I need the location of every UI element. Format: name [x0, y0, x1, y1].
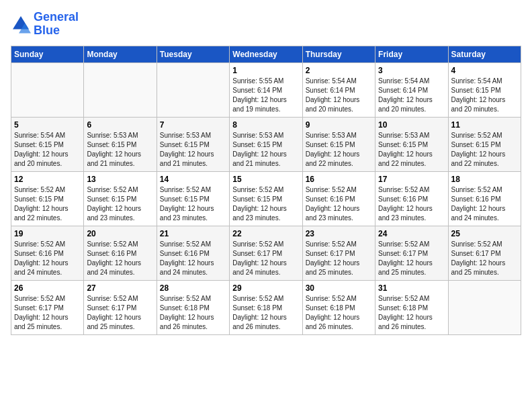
calendar-cell: 8Sunrise: 5:53 AM Sunset: 6:15 PM Daylig… [230, 117, 302, 171]
day-info: Sunrise: 5:52 AM Sunset: 6:18 PM Dayligh… [306, 294, 372, 332]
day-info: Sunrise: 5:52 AM Sunset: 6:17 PM Dayligh… [378, 240, 445, 277]
calendar-cell: 22Sunrise: 5:52 AM Sunset: 6:17 PM Dayli… [230, 226, 302, 280]
day-info: Sunrise: 5:52 AM Sunset: 6:17 PM Dayligh… [87, 294, 153, 332]
page-header: General Blue [11, 11, 521, 38]
calendar-cell: 17Sunrise: 5:52 AM Sunset: 6:16 PM Dayli… [375, 171, 448, 226]
day-number: 4 [451, 66, 518, 75]
day-info: Sunrise: 5:52 AM Sunset: 6:15 PM Dayligh… [160, 185, 226, 223]
day-number: 30 [306, 283, 372, 293]
day-number: 28 [160, 283, 226, 293]
day-info: Sunrise: 5:54 AM Sunset: 6:14 PM Dayligh… [306, 77, 372, 114]
calendar-cell: 16Sunrise: 5:52 AM Sunset: 6:16 PM Dayli… [302, 171, 375, 226]
weekday-header: Thursday [302, 46, 375, 62]
day-number: 26 [14, 283, 81, 293]
day-info: Sunrise: 5:54 AM Sunset: 6:15 PM Dayligh… [451, 77, 518, 114]
day-number: 16 [306, 175, 372, 184]
calendar-cell [157, 62, 229, 117]
day-info: Sunrise: 5:52 AM Sunset: 6:17 PM Dayligh… [14, 294, 81, 332]
calendar-cell: 11Sunrise: 5:52 AM Sunset: 6:15 PM Dayli… [448, 117, 521, 171]
day-number: 1 [232, 66, 299, 75]
day-number: 5 [14, 120, 81, 130]
day-number: 12 [14, 175, 81, 184]
day-info: Sunrise: 5:55 AM Sunset: 6:14 PM Dayligh… [232, 77, 299, 114]
day-number: 31 [378, 283, 445, 293]
day-info: Sunrise: 5:52 AM Sunset: 6:18 PM Dayligh… [160, 294, 226, 332]
day-number: 2 [306, 66, 372, 75]
logo-icon [11, 14, 31, 34]
calendar-cell: 2Sunrise: 5:54 AM Sunset: 6:14 PM Daylig… [302, 62, 375, 117]
day-number: 8 [232, 120, 299, 130]
day-info: Sunrise: 5:52 AM Sunset: 6:15 PM Dayligh… [451, 131, 518, 169]
calendar-cell: 21Sunrise: 5:52 AM Sunset: 6:16 PM Dayli… [157, 226, 229, 280]
day-info: Sunrise: 5:52 AM Sunset: 6:17 PM Dayligh… [232, 240, 299, 277]
weekday-header: Wednesday [230, 46, 302, 62]
calendar-cell: 31Sunrise: 5:52 AM Sunset: 6:18 PM Dayli… [375, 280, 448, 334]
calendar-cell [448, 280, 521, 334]
calendar-cell: 4Sunrise: 5:54 AM Sunset: 6:15 PM Daylig… [448, 62, 521, 117]
day-number: 3 [378, 66, 445, 75]
weekday-header: Saturday [448, 46, 521, 62]
day-number: 24 [378, 229, 445, 238]
day-number: 6 [87, 120, 153, 130]
day-info: Sunrise: 5:53 AM Sunset: 6:15 PM Dayligh… [160, 131, 226, 169]
calendar-cell: 1Sunrise: 5:55 AM Sunset: 6:14 PM Daylig… [230, 62, 302, 117]
calendar-cell: 27Sunrise: 5:52 AM Sunset: 6:17 PM Dayli… [84, 280, 157, 334]
logo-text: General Blue [34, 11, 79, 38]
day-number: 29 [232, 283, 299, 293]
calendar-cell: 3Sunrise: 5:54 AM Sunset: 6:14 PM Daylig… [375, 62, 448, 117]
calendar-cell [84, 62, 157, 117]
day-number: 22 [232, 229, 299, 238]
calendar-cell: 24Sunrise: 5:52 AM Sunset: 6:17 PM Dayli… [375, 226, 448, 280]
day-info: Sunrise: 5:52 AM Sunset: 6:16 PM Dayligh… [87, 240, 153, 277]
calendar-cell: 25Sunrise: 5:52 AM Sunset: 6:17 PM Dayli… [448, 226, 521, 280]
calendar-cell: 26Sunrise: 5:52 AM Sunset: 6:17 PM Dayli… [11, 280, 84, 334]
weekday-header: Monday [84, 46, 157, 62]
calendar-cell: 20Sunrise: 5:52 AM Sunset: 6:16 PM Dayli… [84, 226, 157, 280]
weekday-header: Sunday [11, 46, 84, 62]
day-info: Sunrise: 5:52 AM Sunset: 6:18 PM Dayligh… [232, 294, 299, 332]
day-number: 15 [232, 175, 299, 184]
calendar-table: SundayMondayTuesdayWednesdayThursdayFrid… [11, 46, 521, 335]
day-info: Sunrise: 5:52 AM Sunset: 6:17 PM Dayligh… [451, 240, 518, 277]
day-info: Sunrise: 5:52 AM Sunset: 6:18 PM Dayligh… [378, 294, 445, 332]
calendar-cell: 15Sunrise: 5:52 AM Sunset: 6:15 PM Dayli… [230, 171, 302, 226]
day-info: Sunrise: 5:52 AM Sunset: 6:15 PM Dayligh… [14, 185, 81, 223]
day-info: Sunrise: 5:54 AM Sunset: 6:15 PM Dayligh… [14, 131, 81, 169]
day-number: 11 [451, 120, 518, 130]
day-info: Sunrise: 5:53 AM Sunset: 6:15 PM Dayligh… [232, 131, 299, 169]
day-number: 17 [378, 175, 445, 184]
day-info: Sunrise: 5:53 AM Sunset: 6:15 PM Dayligh… [306, 131, 372, 169]
day-number: 14 [160, 175, 226, 184]
calendar-cell: 7Sunrise: 5:53 AM Sunset: 6:15 PM Daylig… [157, 117, 229, 171]
calendar-cell: 18Sunrise: 5:52 AM Sunset: 6:16 PM Dayli… [448, 171, 521, 226]
day-number: 21 [160, 229, 226, 238]
day-number: 18 [451, 175, 518, 184]
day-number: 20 [87, 229, 153, 238]
calendar-cell: 28Sunrise: 5:52 AM Sunset: 6:18 PM Dayli… [157, 280, 229, 334]
logo: General Blue [11, 11, 79, 38]
calendar-cell: 23Sunrise: 5:52 AM Sunset: 6:17 PM Dayli… [302, 226, 375, 280]
calendar-cell: 13Sunrise: 5:52 AM Sunset: 6:15 PM Dayli… [84, 171, 157, 226]
day-info: Sunrise: 5:52 AM Sunset: 6:16 PM Dayligh… [451, 185, 518, 223]
day-info: Sunrise: 5:54 AM Sunset: 6:14 PM Dayligh… [378, 77, 445, 114]
calendar-cell: 19Sunrise: 5:52 AM Sunset: 6:16 PM Dayli… [11, 226, 84, 280]
calendar-cell: 12Sunrise: 5:52 AM Sunset: 6:15 PM Dayli… [11, 171, 84, 226]
calendar-cell: 10Sunrise: 5:53 AM Sunset: 6:15 PM Dayli… [375, 117, 448, 171]
weekday-header: Tuesday [157, 46, 229, 62]
calendar-cell: 29Sunrise: 5:52 AM Sunset: 6:18 PM Dayli… [230, 280, 302, 334]
calendar-cell: 14Sunrise: 5:52 AM Sunset: 6:15 PM Dayli… [157, 171, 229, 226]
calendar-cell: 5Sunrise: 5:54 AM Sunset: 6:15 PM Daylig… [11, 117, 84, 171]
weekday-header: Friday [375, 46, 448, 62]
day-number: 9 [306, 120, 372, 130]
day-number: 19 [14, 229, 81, 238]
day-info: Sunrise: 5:52 AM Sunset: 6:16 PM Dayligh… [160, 240, 226, 277]
day-info: Sunrise: 5:53 AM Sunset: 6:15 PM Dayligh… [87, 131, 153, 169]
day-number: 23 [306, 229, 372, 238]
calendar-cell [11, 62, 84, 117]
day-info: Sunrise: 5:52 AM Sunset: 6:17 PM Dayligh… [306, 240, 372, 277]
day-number: 25 [451, 229, 518, 238]
day-number: 13 [87, 175, 153, 184]
day-info: Sunrise: 5:53 AM Sunset: 6:15 PM Dayligh… [378, 131, 445, 169]
day-info: Sunrise: 5:52 AM Sunset: 6:16 PM Dayligh… [14, 240, 81, 277]
calendar-cell: 9Sunrise: 5:53 AM Sunset: 6:15 PM Daylig… [302, 117, 375, 171]
